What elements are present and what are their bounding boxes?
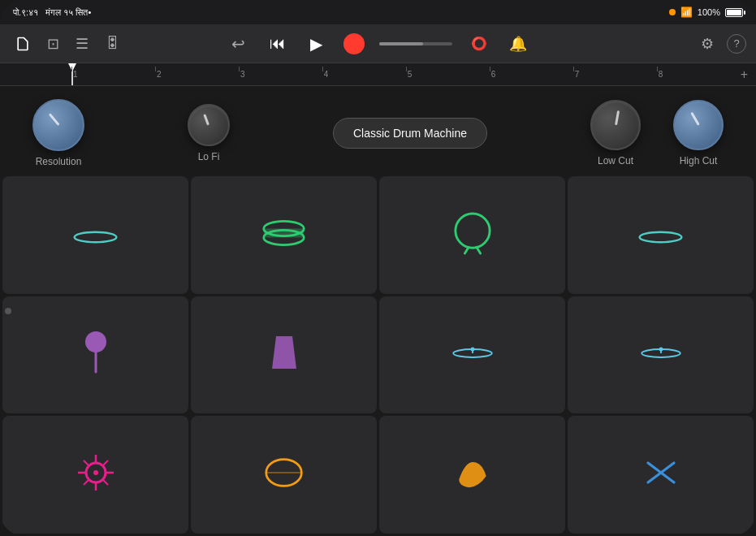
timeline-add-button[interactable]: +: [741, 67, 756, 82]
pad-clap[interactable]: [379, 416, 565, 534]
metronome-button[interactable]: 🔔: [506, 32, 530, 56]
resolution-knob-container: Resolution: [32, 99, 84, 167]
pad-bass-drum[interactable]: [191, 416, 377, 534]
timeline-marker-7: 7: [573, 70, 657, 79]
device-name-button[interactable]: Classic Drum Machine: [333, 118, 487, 149]
high-cut-knob-container: High Cut: [673, 100, 724, 166]
timeline-marker-2: 2: [155, 70, 239, 79]
volume-slider[interactable]: [379, 42, 452, 45]
svg-point-0: [75, 232, 117, 243]
pad-effect1[interactable]: [2, 416, 188, 534]
battery-icon: [725, 8, 743, 17]
pad-kick[interactable]: [379, 176, 565, 294]
timeline-marker-4: 4: [322, 70, 406, 79]
pad-icon-effect1: [76, 452, 116, 498]
wifi-dot: [669, 9, 676, 15]
pad-icon-cymbal1: [452, 339, 493, 370]
toolbar: ⊡ ☰ 🎛 ↩ ⏮ ▶ ⭕ 🔔 ⚙ ?: [0, 24, 756, 63]
pad-sticks[interactable]: [568, 416, 754, 534]
svg-line-26: [102, 479, 108, 485]
svg-point-18: [93, 470, 98, 475]
controls-row: Resolution Lo Fi Classic Drum Machine Lo…: [0, 86, 756, 174]
battery-fill: [727, 10, 741, 15]
timeline-marker-5: 5: [406, 70, 490, 79]
pad-icon-sticks: [641, 456, 681, 494]
main-area: Resolution Lo Fi Classic Drum Machine Lo…: [0, 86, 756, 536]
lofi-knob-indicator: [204, 114, 210, 125]
pad-cowbell[interactable]: [191, 296, 377, 414]
pad-icon-cowbell: [268, 332, 300, 378]
record-button[interactable]: [343, 33, 365, 54]
pad-icon-kick: [453, 210, 492, 260]
pad-icon-cymbal2: [641, 339, 681, 370]
pad-icon-hi-hat-closed: [73, 219, 118, 250]
low-cut-knob-indicator: [615, 110, 620, 125]
svg-line-24: [102, 460, 108, 466]
low-cut-knob[interactable]: [590, 100, 641, 150]
new-file-button[interactable]: [10, 32, 36, 55]
low-cut-knob-container: Low Cut: [590, 100, 641, 166]
pad-icon-shaker: [80, 330, 112, 379]
side-dot: [5, 308, 11, 314]
settings-button[interactable]: ⚙: [696, 32, 719, 56]
resolution-knob[interactable]: [32, 99, 84, 151]
toolbar-left: ⊡ ☰ 🎛: [10, 32, 227, 56]
toolbar-right: ⚙ ?: [530, 32, 747, 56]
tracks-view-button[interactable]: ⊡: [42, 32, 64, 56]
pad-hi-hat-closed[interactable]: [2, 176, 188, 294]
timeline-marker-3: 3: [239, 70, 322, 79]
svg-line-6: [476, 247, 480, 253]
svg-point-8: [85, 331, 106, 352]
svg-point-7: [640, 232, 682, 243]
timeline-marker-8: 8: [657, 70, 741, 79]
pad-hi-hat-open[interactable]: [568, 176, 754, 294]
high-cut-label: High Cut: [680, 155, 718, 166]
undo-button[interactable]: ↩: [227, 32, 251, 56]
status-right: 📶 100%: [669, 6, 743, 18]
svg-line-23: [84, 460, 89, 466]
status-time: पो.९:४१ मंगल १५ सित•: [13, 7, 91, 18]
pad-snare[interactable]: [191, 176, 377, 294]
lofi-knob-container: Lo Fi: [188, 104, 230, 162]
svg-line-5: [464, 247, 469, 253]
list-view-button[interactable]: ☰: [71, 32, 93, 56]
high-cut-knob-indicator: [690, 112, 700, 126]
help-button[interactable]: ?: [727, 34, 746, 54]
svg-point-4: [455, 214, 489, 248]
high-cut-knob[interactable]: [673, 100, 724, 150]
skip-back-button[interactable]: ⏮: [266, 32, 290, 56]
pad-icon-snare: [261, 216, 306, 253]
timeline-numbers: 12345678: [71, 70, 741, 79]
status-bar: पो.९:४१ मंगल १५ सित• 📶 100%: [0, 0, 756, 24]
volume-fill: [379, 42, 423, 45]
resolution-knob-indicator: [48, 113, 59, 126]
toolbar-center: ↩ ⏮ ▶ ⭕ 🔔: [227, 32, 530, 56]
cut-controls: Low Cut High Cut: [590, 100, 724, 166]
pad-icon-hi-hat-open: [638, 219, 683, 250]
low-cut-label: Low Cut: [598, 155, 633, 166]
loop-button[interactable]: ⭕: [467, 32, 491, 56]
mixer-button[interactable]: 🎛: [100, 32, 124, 55]
pad-cymbal1[interactable]: [379, 296, 565, 414]
file-icon: [15, 36, 31, 52]
pads-grid: [0, 174, 756, 536]
svg-point-16: [659, 347, 663, 351]
pad-shaker[interactable]: [2, 296, 188, 414]
lofi-label: Lo Fi: [198, 151, 220, 162]
pad-cymbal2[interactable]: [568, 296, 754, 414]
wifi-icon: 📶: [680, 6, 693, 18]
battery-percentage: 100%: [698, 7, 720, 17]
timeline-marker-6: 6: [490, 70, 573, 79]
pad-icon-bass-drum: [264, 456, 305, 494]
timeline: 12345678 +: [0, 63, 756, 86]
svg-point-13: [470, 347, 474, 351]
lofi-knob[interactable]: [188, 104, 230, 146]
resolution-label: Resolution: [36, 156, 82, 167]
timeline-marker-1: 1: [71, 70, 155, 79]
play-button[interactable]: ▶: [305, 32, 329, 56]
svg-marker-10: [272, 336, 296, 369]
pad-icon-clap: [452, 452, 493, 498]
svg-line-25: [84, 479, 89, 485]
